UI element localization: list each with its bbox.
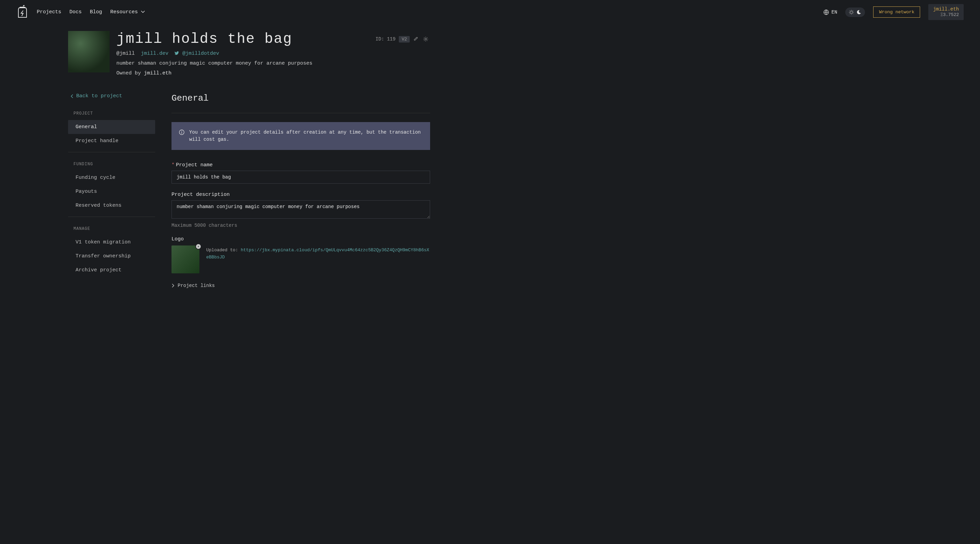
- version-badge: V2: [399, 36, 410, 43]
- svg-line-8: [850, 13, 850, 14]
- moon-icon: [856, 10, 862, 15]
- sidebar: Back to project PROJECT General Project …: [68, 93, 155, 288]
- globe-icon: [824, 10, 829, 15]
- nav-docs[interactable]: Docs: [69, 9, 82, 15]
- nav-resources-label: Resources: [110, 9, 138, 15]
- sidebar-item-reserved-tokens[interactable]: Reserved tokens: [68, 198, 155, 213]
- sidebar-item-transfer-ownership[interactable]: Transfer ownership: [68, 249, 155, 263]
- nav-blog[interactable]: Blog: [90, 9, 102, 15]
- svg-line-6: [850, 11, 850, 11]
- sun-icon: [849, 10, 854, 15]
- info-icon: [179, 130, 185, 143]
- project-links-expander[interactable]: Project links: [172, 283, 430, 288]
- nav-projects[interactable]: Projects: [37, 9, 61, 15]
- wrench-icon[interactable]: [413, 36, 419, 42]
- project-bio: number shaman conjuring magic computer m…: [116, 60, 429, 66]
- twitter-link[interactable]: @jmilldotdev: [175, 51, 219, 56]
- svg-line-7: [853, 13, 853, 14]
- project-owner: Owned by jmill.eth: [116, 70, 429, 76]
- project-description-label: Project description: [172, 192, 430, 198]
- divider: [172, 113, 430, 113]
- chevron-left-icon: [71, 94, 73, 98]
- svg-point-12: [181, 131, 182, 132]
- sidebar-item-funding-cycle[interactable]: Funding cycle: [68, 171, 155, 185]
- logo[interactable]: [16, 5, 29, 19]
- description-help-text: Maximum 5000 characters: [172, 223, 430, 228]
- section-label-manage: MANAGE: [68, 224, 155, 234]
- divider: [68, 217, 155, 217]
- back-to-project-link[interactable]: Back to project: [68, 93, 155, 99]
- project-name-input[interactable]: [172, 171, 430, 184]
- chevron-right-icon: [172, 284, 174, 288]
- main-section-title: General: [172, 93, 430, 103]
- svg-point-1: [850, 11, 853, 13]
- wrong-network-button[interactable]: Wrong network: [873, 6, 920, 18]
- back-link-label: Back to project: [76, 93, 122, 99]
- logo-preview: ✕: [172, 246, 199, 273]
- project-description-input[interactable]: [172, 200, 430, 219]
- section-label-funding: FUNDING: [68, 159, 155, 169]
- owner-prefix: Owned by: [116, 70, 144, 76]
- project-handle: @jmill: [116, 51, 135, 56]
- sidebar-item-project-handle[interactable]: Project handle: [68, 134, 155, 148]
- wallet-balance: Ξ3.7522: [933, 12, 959, 18]
- sidebar-item-v1-token-migration[interactable]: V1 token migration: [68, 235, 155, 249]
- language-selector[interactable]: EN: [824, 10, 837, 15]
- gear-icon[interactable]: [423, 36, 429, 42]
- language-label: EN: [832, 10, 837, 15]
- section-label-project: PROJECT: [68, 108, 155, 119]
- upload-prefix: Uploaded to:: [206, 247, 240, 253]
- close-icon: ✕: [197, 244, 199, 249]
- twitter-icon: [175, 51, 182, 56]
- chevron-down-icon: [141, 9, 145, 15]
- owner-address: jmill.eth: [144, 70, 172, 76]
- svg-point-10: [425, 38, 427, 40]
- info-banner: You can edit your project details after …: [172, 122, 430, 150]
- sidebar-item-payouts[interactable]: Payouts: [68, 185, 155, 198]
- remove-logo-button[interactable]: ✕: [195, 243, 202, 249]
- main-content: General You can edit your project detail…: [172, 93, 430, 288]
- upload-info: Uploaded to: https://jbx.mypinata.cloud/…: [206, 246, 430, 261]
- wallet-box[interactable]: jmill.eth Ξ3.7522: [928, 4, 964, 20]
- project-header: jmill holds the bag ID: 119 V2 @jmill jm…: [0, 24, 429, 83]
- top-nav: Projects Docs Blog Resources EN Wrong ne…: [0, 0, 980, 24]
- page-title: jmill holds the bag: [116, 31, 292, 47]
- website-link[interactable]: jmill.dev: [141, 51, 169, 56]
- twitter-handle-text: @jmilldotdev: [182, 51, 219, 56]
- logo-label: Logo: [172, 236, 430, 242]
- info-banner-text: You can edit your project details after …: [189, 129, 423, 143]
- avatar: [68, 31, 110, 73]
- theme-toggle[interactable]: [845, 8, 865, 17]
- project-links-label: Project links: [178, 283, 215, 288]
- project-name-label: *Project name: [172, 162, 430, 168]
- nav-resources[interactable]: Resources: [110, 9, 145, 15]
- svg-line-9: [853, 11, 853, 11]
- project-id: ID: 119: [375, 36, 396, 42]
- sidebar-item-archive-project[interactable]: Archive project: [68, 263, 155, 277]
- wallet-address: jmill.eth: [933, 6, 959, 12]
- divider: [68, 152, 155, 152]
- sidebar-item-general[interactable]: General: [68, 120, 155, 134]
